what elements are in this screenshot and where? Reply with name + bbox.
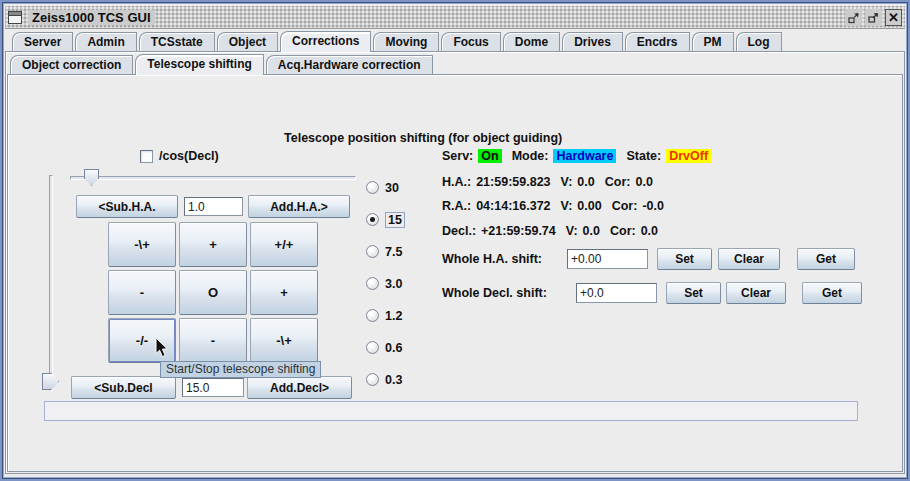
corrections-pane: Object correction Telescope shifting Acq… <box>5 51 905 474</box>
panel-heading: Telescope position shifting (for object … <box>284 131 562 145</box>
cor-label: Cor: <box>605 175 631 189</box>
radio-step-3-0[interactable]: 3.0 <box>366 276 402 291</box>
radio-circle <box>366 277 379 290</box>
shift-n-button[interactable]: + <box>179 222 247 267</box>
ha-slider-track[interactable] <box>70 176 356 180</box>
cor-value: -0.0 <box>642 199 664 213</box>
whole-ha-get-button[interactable]: Get <box>797 248 855 270</box>
state-status-badge: DrvOff <box>666 149 711 163</box>
shift-w-button[interactable]: - <box>108 270 176 315</box>
sub-tab-bar: Object correction Telescope shifting Acq… <box>6 53 904 74</box>
mode-status-badge: Hardware <box>553 149 616 163</box>
ha-slider-thumb[interactable] <box>84 169 99 186</box>
radio-label: 0.3 <box>385 373 402 387</box>
whole-decl-get-button[interactable]: Get <box>802 282 862 304</box>
add-decl-button[interactable]: Add.Decl> <box>247 376 352 399</box>
sub-decl-button[interactable]: <Sub.Decl <box>71 376 176 399</box>
window-title: Zeiss1000 TCS GUI <box>28 10 155 25</box>
radio-circle <box>366 373 379 386</box>
tab-admin[interactable]: Admin <box>75 32 136 51</box>
cor-value: 0.0 <box>635 175 652 189</box>
decl-slider-track[interactable] <box>49 175 53 391</box>
tab-drives[interactable]: Drives <box>562 32 623 51</box>
serv-label: Serv: <box>442 149 473 163</box>
tab-object-correction[interactable]: Object correction <box>10 55 133 74</box>
shift-se-button[interactable]: -\+ <box>250 318 318 363</box>
radio-label: 0.6 <box>385 341 402 355</box>
radio-step-1-2[interactable]: 1.2 <box>366 308 402 323</box>
message-field[interactable] <box>44 401 858 421</box>
radio-circle <box>366 245 379 258</box>
shift-nw-button[interactable]: -\+ <box>108 222 176 267</box>
v-value: 0.0 <box>577 175 594 189</box>
tab-corrections[interactable]: Corrections <box>280 31 371 52</box>
tab-acq-hardware-correction[interactable]: Acq.Hardware correction <box>266 55 433 74</box>
serv-status-badge: On <box>478 149 501 163</box>
close-icon[interactable]: ✕ <box>885 9 902 26</box>
tooltip: Start/Stop telescope shifting <box>160 361 321 378</box>
radio-step-15[interactable]: 15 <box>366 212 405 227</box>
whole-decl-shift-label: Whole Decl. shift: <box>442 286 547 300</box>
decl-readout: Decl.: +21:59:59.74 V: 0.0 Cor: 0.0 <box>442 224 658 238</box>
mode-label: Mode: <box>512 149 549 163</box>
window-icon <box>8 11 22 24</box>
cor-value: 0.0 <box>641 224 658 238</box>
tab-dome[interactable]: Dome <box>503 32 560 51</box>
tab-encdrs[interactable]: Encdrs <box>625 32 690 51</box>
tab-tcsstate[interactable]: TCSstate <box>139 32 215 51</box>
cos-decl-checkbox[interactable]: /cos(Decl) <box>140 149 219 163</box>
radio-label: 15 <box>385 212 405 228</box>
tab-moving[interactable]: Moving <box>373 32 439 51</box>
decl-slider-thumb[interactable] <box>42 373 59 390</box>
shift-sw-button[interactable]: -/- <box>108 318 176 363</box>
v-value: 0.0 <box>583 224 600 238</box>
maximize-icon[interactable] <box>865 9 882 26</box>
shift-e-button[interactable]: + <box>250 270 318 315</box>
whole-ha-set-button[interactable]: Set <box>657 248 712 270</box>
telescope-shifting-panel: Telescope position shifting (for object … <box>7 74 903 472</box>
whole-decl-shift-input[interactable] <box>576 283 657 303</box>
checkbox-label: /cos(Decl) <box>159 149 219 163</box>
radio-label: 30 <box>385 181 399 195</box>
ha-step-input[interactable] <box>184 197 243 216</box>
ha-readout: H.A.: 21:59:59.823 V: 0.0 Cor: 0.0 <box>442 175 653 189</box>
radio-step-0-3[interactable]: 0.3 <box>366 372 402 387</box>
whole-decl-clear-button[interactable]: Clear <box>726 282 786 304</box>
whole-ha-clear-button[interactable]: Clear <box>718 248 780 270</box>
minimize-icon[interactable] <box>845 9 862 26</box>
tab-object[interactable]: Object <box>217 32 278 51</box>
tab-server[interactable]: Server <box>12 32 73 51</box>
shift-s-button[interactable]: - <box>179 318 247 363</box>
ha-readout-label: H.A.: <box>442 175 471 189</box>
radio-circle <box>366 181 379 194</box>
tab-focus[interactable]: Focus <box>441 32 500 51</box>
whole-ha-shift-input[interactable] <box>567 249 648 269</box>
decl-readout-label: Decl.: <box>442 224 476 238</box>
whole-decl-set-button[interactable]: Set <box>666 282 721 304</box>
shift-stop-button[interactable]: O <box>179 270 247 315</box>
radio-step-7-5[interactable]: 7.5 <box>366 244 402 259</box>
radio-label: 3.0 <box>385 277 402 291</box>
radio-step-0-6[interactable]: 0.6 <box>366 340 402 355</box>
add-ha-button[interactable]: Add.H.A.> <box>248 195 350 218</box>
title-bar[interactable]: Zeiss1000 TCS GUI ✕ <box>5 6 905 29</box>
cor-label: Cor: <box>612 199 638 213</box>
cor-label: Cor: <box>610 224 636 238</box>
decl-readout-value: +21:59:59.74 <box>481 224 556 238</box>
tab-telescope-shifting[interactable]: Telescope shifting <box>135 54 263 75</box>
tab-log[interactable]: Log <box>736 32 782 51</box>
shift-ne-button[interactable]: +/+ <box>250 222 318 267</box>
v-value: 0.00 <box>577 199 601 213</box>
radio-label: 7.5 <box>385 245 402 259</box>
ra-readout-value: 04:14:16.372 <box>476 199 550 213</box>
ha-readout-value: 21:59:59.823 <box>476 175 550 189</box>
ra-readout-label: R.A.: <box>442 199 471 213</box>
decl-step-input[interactable] <box>182 378 244 397</box>
radio-step-30[interactable]: 30 <box>366 180 399 195</box>
main-tab-bar: Server Admin TCSstate Object Corrections… <box>5 30 905 51</box>
sub-ha-button[interactable]: <Sub.H.A. <box>76 195 178 218</box>
v-label: V: <box>561 175 573 189</box>
status-line: Serv: On Mode: Hardware State: DrvOff <box>442 149 711 163</box>
tab-pm[interactable]: PM <box>692 32 734 51</box>
shift-grid: -\+ + +/+ - O + -/- - -\+ <box>108 222 318 363</box>
